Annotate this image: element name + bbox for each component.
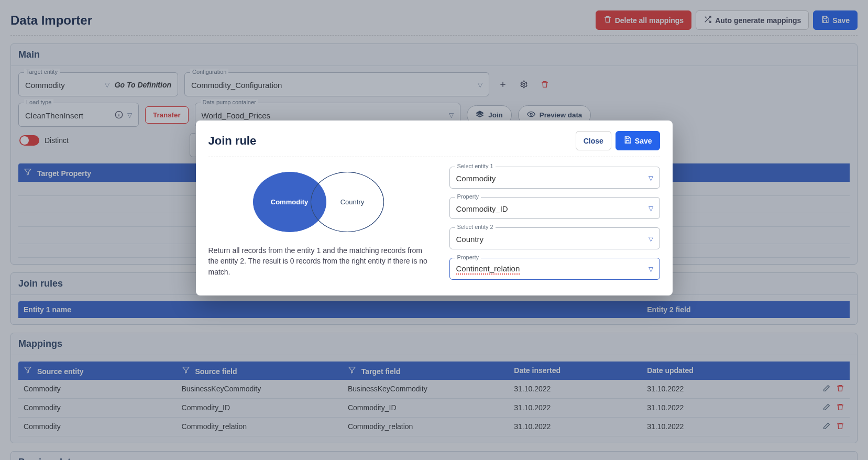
modal-title: Join rule [208,134,257,148]
chevron-down-icon: ▽ [649,205,653,212]
property1-label: Property [455,193,481,200]
close-label: Close [584,137,603,145]
venn-left-circle: Commodity [253,172,326,232]
chevron-down-icon: ▽ [649,174,653,182]
modal-save-button[interactable]: Save [616,131,660,150]
entity2-value: Country [456,235,649,244]
property1-value: Commodity_ID [456,204,649,213]
select-entity-1[interactable]: Select entity 1 Commodity ▽ [449,167,660,189]
venn-diagram[interactable]: Commodity Country [253,172,389,235]
entity1-value: Commodity [456,174,649,183]
select-entity-2[interactable]: Select entity 2 Country ▽ [449,227,660,249]
property2-label: Property [455,254,481,260]
venn-right-label: Country [340,198,365,206]
select-property-2[interactable]: Property Continent_relation ▽ [449,258,660,280]
select-property-1[interactable]: Property Commodity_ID ▽ [449,197,660,219]
save-icon [623,136,632,146]
property2-value: Continent_relation [456,264,649,275]
modal-close-button[interactable]: Close [576,131,611,150]
modal-save-label: Save [635,137,652,145]
venn-left-label: Commodity [271,198,309,206]
entity1-label: Select entity 1 [455,163,496,169]
venn-description: Return all records from the entity 1 and… [208,245,434,277]
join-rule-modal: Join rule Close Save Commodity Country [196,121,673,295]
chevron-down-icon: ▽ [649,235,653,243]
entity2-label: Select entity 2 [455,224,496,230]
chevron-down-icon: ▽ [649,266,653,273]
